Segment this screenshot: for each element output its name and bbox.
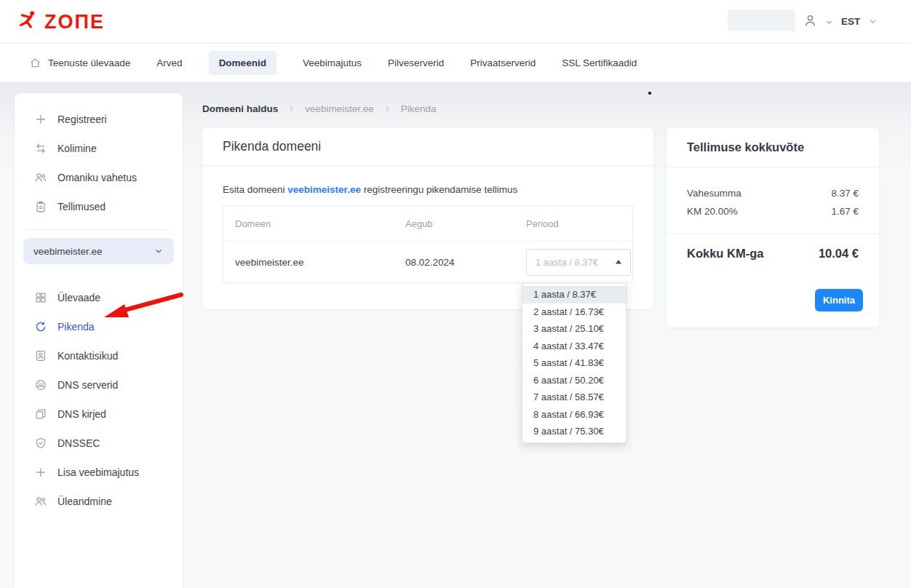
breadcrumb-domain[interactable]: veebimeister.ee (305, 103, 374, 114)
domain-cell: veebimeister.ee (223, 257, 405, 268)
nav-label: Pilveserverid (388, 57, 444, 68)
nav-item-domeenid[interactable]: Domeenid (209, 51, 277, 75)
nav-label: Domeenid (219, 57, 266, 68)
nav-item-teenuste-ulevaade[interactable]: Teenuste ülevaade (29, 57, 130, 69)
top-header: ZOΠE EST (0, 0, 911, 44)
sidebar-item-pikenda[interactable]: Pikenda (15, 312, 183, 341)
description-suffix: registreeringu pikendamise tellimus (364, 184, 518, 195)
total-label: Kokku KM-ga (687, 247, 763, 261)
sidebar-item-uleandmine[interactable]: Üleandmine (15, 487, 183, 516)
period-option-4[interactable]: 4 aastat / 33.47€ (522, 338, 626, 355)
summary-body: Vahesumma 8.37 € KM 20.00% 1.67 € Kokku … (667, 167, 879, 261)
page: ZOΠE EST Teenuste ülevaade (0, 0, 911, 588)
sidebar-item-kontaktisikud[interactable]: Kontaktisikud (15, 341, 183, 370)
account-menu[interactable] (803, 13, 834, 31)
period-option-3[interactable]: 3 aastat / 25.10€ (522, 320, 626, 338)
period-option-7[interactable]: 7 aastat / 58.57€ (522, 389, 626, 406)
chevron-up-icon (614, 258, 623, 266)
card-body: Esita domeeni veebimeister.ee registreer… (202, 166, 653, 283)
nav-label: Teenuste ülevaade (48, 57, 130, 68)
sidebar-item-label: Üleandmine (57, 496, 112, 507)
period-select-value: 1 aasta / 8.37€ (536, 257, 598, 268)
home-icon (29, 57, 41, 69)
zone-logo[interactable]: ZOΠE (17, 9, 105, 34)
renew-description: Esita domeeni veebimeister.ee registreer… (223, 184, 633, 195)
summary-row-label: Vahesumma (687, 186, 741, 200)
summary-row-vat: KM 20.00% 1.67 € (687, 204, 859, 218)
copy-icon (34, 408, 47, 421)
nav-item-arved[interactable]: Arved (156, 57, 182, 68)
domain-link[interactable]: veebimeister.ee (287, 184, 361, 195)
sidebar-item-kolimine[interactable]: Kolimine (15, 134, 183, 163)
nav-item-pilveserverid[interactable]: Pilveserverid (388, 57, 444, 68)
contact-card-icon (34, 349, 47, 362)
sidebar-item-label: Pikenda (57, 321, 95, 333)
summary-row-value: 8.37 € (831, 186, 859, 200)
cursor-dot-artifact (648, 92, 651, 95)
sidebar-item-dnssec[interactable]: DNSSEC (15, 429, 183, 458)
svg-text:DNS: DNS (38, 384, 44, 387)
period-option-1[interactable]: 1 aasta / 8.37€ (522, 286, 626, 303)
order-summary-card: Tellimuse kokkuvõte Vahesumma 8.37 € KM … (667, 128, 879, 327)
sidebar-item-label: DNSSEC (57, 437, 100, 449)
confirm-button[interactable]: Kinnita (815, 289, 863, 311)
nav-item-privaatserverid[interactable]: Privaatserverid (470, 57, 536, 68)
sidebar: Registreeri Kolimine Omaniku vahetus Tel… (15, 93, 183, 588)
username-redacted (728, 9, 795, 31)
sidebar-divider (26, 229, 171, 230)
person-icon (803, 13, 818, 31)
shield-check-icon (34, 437, 47, 450)
domain-select-value: veebimeister.ee (33, 246, 103, 257)
chevron-right-icon (287, 105, 295, 113)
period-select[interactable]: 1 aasta / 8.37€ (526, 249, 631, 276)
sidebar-item-label: Kontaktisikud (57, 350, 118, 362)
chevron-down-icon (824, 17, 834, 27)
table-header-row: Domeen Aegub Periood (223, 206, 632, 242)
summary-total-row: Kokku KM-ga 10.04 € (687, 234, 859, 261)
sidebar-item-label: Registreeri (57, 114, 107, 125)
dns-globe-icon: DNS (34, 378, 47, 392)
chevron-down-icon (154, 246, 164, 256)
chevron-right-icon (383, 105, 391, 113)
domain-menu: Ülevaade Pikenda Kontaktisikud DN (15, 283, 183, 516)
sidebar-item-label: Ülevaade (57, 292, 100, 303)
sidebar-item-label: Lisa veebimajutus (57, 466, 139, 478)
breadcrumb: Domeeni haldus veebimeister.ee Pikenda (202, 103, 437, 114)
column-header-aegub: Aegub (405, 218, 526, 229)
language-label: EST (841, 16, 860, 27)
people-icon (34, 171, 47, 184)
sidebar-item-omaniku-vahetus[interactable]: Omaniku vahetus (15, 163, 183, 192)
period-option-8[interactable]: 8 aastat / 66.93€ (522, 406, 626, 424)
nav-label: Privaatserverid (470, 57, 536, 68)
sidebar-item-ulevaade[interactable]: Ülevaade (15, 283, 183, 312)
domain-select[interactable]: veebimeister.ee (23, 238, 174, 264)
sidebar-item-label: Omaniku vahetus (57, 172, 137, 183)
sidebar-item-dns-serverid[interactable]: DNS DNS serverid (15, 370, 183, 400)
sidebar-item-label: DNS kirjed (57, 408, 106, 420)
breadcrumb-current: Pikenda (401, 103, 437, 114)
sidebar-item-registreeri[interactable]: Registreeri (15, 105, 183, 134)
summary-row-subtotal: Vahesumma 8.37 € (687, 186, 859, 200)
content-area: Registreeri Kolimine Omaniku vahetus Tel… (0, 83, 911, 588)
period-option-6[interactable]: 6 aastat / 50.20€ (522, 372, 626, 389)
period-option-2[interactable]: 2 aastat / 16.73€ (522, 303, 626, 321)
sidebar-item-tellimused[interactable]: Tellimused (15, 192, 183, 221)
chevron-down-icon (868, 17, 878, 26)
renew-icon (34, 320, 47, 333)
period-option-9[interactable]: 9 aastat / 75.30€ (522, 423, 626, 440)
sidebar-item-lisa-veebimajutus[interactable]: Lisa veebimajutus (15, 458, 183, 487)
language-selector[interactable]: EST (841, 11, 878, 31)
nav-item-veebimajutus[interactable]: Veebimajutus (303, 57, 362, 68)
column-header-periood: Periood (526, 218, 632, 229)
plus-icon (34, 466, 47, 479)
nav-item-ssl-sertifikaadid[interactable]: SSL Sertifikaadid (562, 57, 637, 68)
period-option-5[interactable]: 5 aastat / 41.83€ (522, 354, 626, 372)
card-header: Pikenda domeeni (202, 128, 653, 166)
renew-table: Domeen Aegub Periood veebimeister.ee 08.… (223, 205, 633, 283)
nav-label: Veebimajutus (303, 57, 362, 68)
nav-label: Arved (156, 57, 182, 68)
nav-label: SSL Sertifikaadid (562, 57, 637, 68)
table-row: veebimeister.ee 08.02.2024 1 aasta / 8.3… (223, 242, 632, 282)
sidebar-item-dns-kirjed[interactable]: DNS kirjed (15, 400, 183, 429)
breadcrumb-domeeni-haldus[interactable]: Domeeni haldus (202, 103, 278, 114)
